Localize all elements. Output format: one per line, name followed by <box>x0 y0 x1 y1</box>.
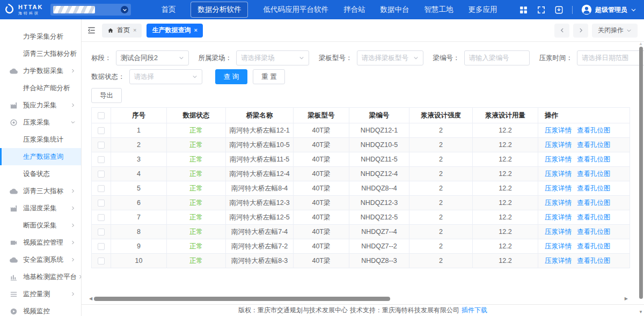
vertical-scrollbar[interactable]: ▲ ▼ <box>639 47 643 303</box>
grouting-detail-link[interactable]: 压浆详情 <box>545 141 572 149</box>
row-checkbox[interactable] <box>98 156 105 163</box>
row-checkbox[interactable] <box>98 229 105 236</box>
close-operations-dropdown[interactable]: 关闭操作 <box>592 24 638 38</box>
search-dropdown-icon[interactable] <box>121 6 128 13</box>
row-checkbox[interactable] <box>98 243 105 250</box>
sidebar-item-12[interactable]: 视频监控管理 <box>0 234 81 251</box>
close-tab-icon[interactable]: × <box>194 27 197 33</box>
view-hole-diagram-link[interactable]: 查看孔位图 <box>577 199 611 207</box>
grouting-detail-link[interactable]: 压浆详情 <box>545 127 572 134</box>
plugin-download-link[interactable]: 插件下载 <box>462 306 487 315</box>
beam-type-select[interactable]: 请选择梁板型号 <box>357 50 423 65</box>
tab-production-data-query[interactable]: 生产数据查询 × <box>147 24 202 38</box>
sidebar-item-3[interactable]: 拌合站产能分析 <box>0 79 81 97</box>
view-hole-diagram-link[interactable]: 查看孔位图 <box>577 185 611 192</box>
view-hole-diagram-link[interactable]: 查看孔位图 <box>577 170 611 178</box>
select-all-checkbox[interactable] <box>98 112 105 119</box>
download-icon[interactable] <box>554 5 564 14</box>
view-hole-diagram-link[interactable]: 查看孔位图 <box>577 228 611 236</box>
tab-home[interactable]: 首页 × <box>102 24 142 38</box>
close-tab-icon[interactable]: × <box>133 27 136 33</box>
chevron-down-icon <box>299 55 304 61</box>
section-select[interactable]: 测试合同段2 <box>116 50 189 65</box>
horizontal-scrollbar-thumb[interactable] <box>94 297 390 301</box>
fullscreen-icon[interactable] <box>537 5 546 14</box>
row-checkbox[interactable] <box>98 127 105 134</box>
data-status-select[interactable]: 请选择 <box>129 69 202 84</box>
view-hole-diagram-link[interactable]: 查看孔位图 <box>577 214 611 221</box>
nav-item-mixing-station[interactable]: 拌合站 <box>343 2 365 17</box>
user-menu[interactable]: 超级管理员 <box>581 4 636 15</box>
status-badge: 正常 <box>189 170 203 178</box>
view-hole-diagram-link[interactable]: 查看孔位图 <box>577 127 611 134</box>
vertical-scrollbar-thumb[interactable] <box>639 47 643 299</box>
sidebar-item-7[interactable]: 生产数据查询 <box>0 148 81 165</box>
status-badge: 正常 <box>189 127 203 134</box>
row-checkbox[interactable] <box>98 258 105 264</box>
view-hole-diagram-link[interactable]: 查看孔位图 <box>577 257 611 264</box>
sidebar-item-1[interactable]: 沥青三大指标分析 <box>0 45 81 62</box>
sidebar-item-9[interactable]: 沥青三大指标 <box>0 182 81 200</box>
cell-design-amount: 12.2 <box>473 225 538 239</box>
cell-beam-code: NHDQZ8--3 <box>349 254 409 268</box>
nav-item-more-apps[interactable]: 更多应用 <box>468 2 497 17</box>
grouting-detail-link[interactable]: 压浆详情 <box>545 170 572 178</box>
sidebar-item-0[interactable]: 力学采集分析 <box>0 28 81 45</box>
sidebar-item-16[interactable]: 视频监控 <box>0 303 81 316</box>
chevron-right-icon <box>77 274 82 280</box>
status-badge: 正常 <box>189 141 203 149</box>
nav-item-data-center[interactable]: 数据中台 <box>380 2 409 17</box>
horizontal-scrollbar[interactable]: ◀ ▶ <box>89 296 628 302</box>
grouting-detail-link[interactable]: 压浆详情 <box>545 214 572 221</box>
grout-time-date-input[interactable]: 请选择日期范围 <box>577 50 644 65</box>
tab-scroll-right-button[interactable] <box>573 24 588 38</box>
cell-bridge-name: 南河特大桥左幅12-4 <box>226 167 294 181</box>
reset-button[interactable]: 重 置 <box>253 69 285 84</box>
sidebar-item-4[interactable]: 预应力采集 <box>0 97 81 114</box>
sidebar-item-2[interactable]: 力学数据采集 <box>0 62 81 79</box>
query-button[interactable]: 查 询 <box>215 69 247 84</box>
view-hole-diagram-link[interactable]: 查看孔位图 <box>577 156 611 163</box>
section-value: 测试合同段2 <box>121 54 179 63</box>
sidebar-item-13[interactable]: 安全监测系统 <box>0 251 81 268</box>
navbar-menu: 首页 数据分析软件 低代码应用平台软件 拌合站 数据中台 智慧工地 更多应用 <box>161 2 497 18</box>
view-hole-diagram-link[interactable]: 查看孔位图 <box>577 141 611 149</box>
scroll-down-arrow-icon[interactable]: ▼ <box>639 310 643 314</box>
scroll-up-arrow-icon[interactable]: ▲ <box>639 41 643 46</box>
beam-no-input[interactable]: 请输入梁编号 <box>464 50 530 65</box>
grouting-detail-link[interactable]: 压浆详情 <box>545 156 572 163</box>
nav-item-smart-site[interactable]: 智慧工地 <box>424 2 453 17</box>
sidebar-item-label: 视频监控 <box>23 307 69 316</box>
nav-item-lowcode-platform[interactable]: 低代码应用平台软件 <box>263 2 328 17</box>
export-button[interactable]: 导出 <box>91 88 122 103</box>
sidebar-item-5[interactable]: 压浆采集 <box>0 114 81 131</box>
row-checkbox[interactable] <box>98 200 105 207</box>
row-checkbox[interactable] <box>98 214 105 221</box>
grouting-detail-link[interactable]: 压浆详情 <box>545 185 572 192</box>
navbar-search-input[interactable] <box>50 4 131 16</box>
cell-beam-code: NHDQZ7--2 <box>349 239 409 254</box>
grouting-detail-link[interactable]: 压浆详情 <box>545 242 572 250</box>
sidebar-item-10[interactable]: 温湿度采集 <box>0 200 81 217</box>
sidebar-item-6[interactable]: 压浆采集统计 <box>0 131 81 148</box>
sidebar-item-label: 沥青三大指标分析 <box>23 49 77 58</box>
yard-select[interactable]: 请选择梁场 <box>236 50 309 65</box>
tab-scroll-left-button[interactable] <box>554 24 569 38</box>
grouting-detail-link[interactable]: 压浆详情 <box>545 228 572 236</box>
nav-item-data-analysis[interactable]: 数据分析软件 <box>191 2 248 18</box>
row-checkbox[interactable] <box>98 142 105 149</box>
sidebar-collapse-icon[interactable] <box>87 26 96 35</box>
sidebar-item-14[interactable]: 地基检测监控平台 <box>0 268 81 285</box>
row-checkbox[interactable] <box>98 171 105 178</box>
grouting-detail-link[interactable]: 压浆详情 <box>545 257 572 264</box>
scroll-right-arrow-icon[interactable]: ▶ <box>625 297 628 301</box>
row-checkbox[interactable] <box>98 185 105 192</box>
nav-item-home[interactable]: 首页 <box>161 2 175 17</box>
sidebar-item-15[interactable]: 监控量测 <box>0 285 81 303</box>
sidebar-item-11[interactable]: 断面仪采集 <box>0 217 81 234</box>
scroll-left-arrow-icon[interactable]: ◀ <box>89 297 92 301</box>
grouting-detail-link[interactable]: 压浆详情 <box>545 199 572 207</box>
sidebar-item-8[interactable]: 设备状态 <box>0 165 81 182</box>
view-hole-diagram-link[interactable]: 查看孔位图 <box>577 242 611 250</box>
apps-grid-icon[interactable] <box>519 5 528 14</box>
